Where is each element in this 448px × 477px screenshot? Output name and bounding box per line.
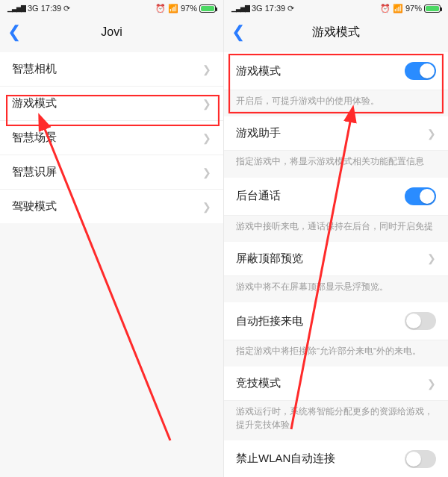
row-game-mode[interactable]: 游戏模式 ❯ — [0, 87, 223, 121]
row-desc: 开启后，可提升游戏中的使用体验。 — [224, 90, 448, 116]
wifi-icon: 📶 — [393, 4, 403, 13]
row-label: 游戏模式 — [236, 64, 281, 78]
signal-label: 3G — [252, 4, 263, 13]
toggle-bg-call[interactable] — [405, 187, 436, 205]
wifi-icon: 📶 — [168, 4, 178, 13]
chevron-right-icon: ❯ — [427, 378, 436, 390]
battery-pct: 97% — [181, 4, 197, 13]
screen-game-mode: ▁▃▅▇ 3G 17:39 ⟳ ⏰ 📶 97% ❮ 游戏模式 游戏模式 开启后，… — [224, 0, 448, 477]
nav-bar: ❮ 游戏模式 — [224, 16, 448, 48]
toggle-wlan-auto[interactable] — [405, 450, 436, 468]
status-bar: ▁▃▅▇ 3G 17:39 ⟳ ⏰ 📶 97% — [224, 0, 448, 16]
row-desc: 游戏中将不在屏幕顶部显示悬浮预览。 — [224, 276, 448, 302]
row-compete-mode[interactable]: 竞技模式 ❯ — [224, 367, 448, 401]
row-auto-reject[interactable]: 自动拒接来电 — [224, 302, 448, 340]
signal-icon: ▁▃▅▇ — [7, 4, 25, 12]
row-desc: 指定游戏中将拒接除"允许部分来电"外的来电。 — [224, 340, 448, 367]
row-label: 游戏助手 — [236, 126, 281, 140]
row-smart-scene[interactable]: 智慧场景 ❯ — [0, 121, 223, 155]
alarm-icon: ⏰ — [380, 4, 391, 13]
toggle-game-mode[interactable] — [405, 62, 436, 80]
row-game-mode-toggle[interactable]: 游戏模式 — [224, 52, 448, 90]
row-label: 驾驶模式 — [12, 199, 57, 213]
battery-pct: 97% — [405, 4, 422, 13]
signal-icon: ▁▃▅▇ — [231, 4, 249, 12]
row-driving-mode[interactable]: 驾驶模式 ❯ — [0, 190, 223, 223]
chevron-right-icon: ❯ — [202, 98, 211, 110]
page-title: 游戏模式 — [312, 25, 360, 40]
row-label: 禁止WLAN自动连接 — [236, 452, 335, 466]
row-wlan-auto[interactable]: 禁止WLAN自动连接 — [224, 440, 448, 477]
row-block-top-preview[interactable]: 屏蔽顶部预览 ❯ — [224, 242, 448, 276]
settings-list: 游戏模式 开启后，可提升游戏中的使用体验。 游戏助手 ❯ 指定游戏中，将显示游戏… — [224, 48, 448, 477]
chevron-right-icon: ❯ — [427, 128, 436, 140]
battery-icon — [424, 4, 441, 13]
row-label: 后台通话 — [236, 189, 281, 203]
row-game-assistant[interactable]: 游戏助手 ❯ — [224, 116, 448, 151]
status-bar: ▁▃▅▇ 3G 17:39 ⟳ ⏰ 📶 97% — [0, 0, 223, 16]
row-label: 自动拒接来电 — [236, 314, 303, 328]
row-label: 竞技模式 — [236, 376, 281, 390]
row-label: 智慧场景 — [12, 131, 57, 145]
status-time: 17:39 — [41, 4, 62, 13]
row-bg-call[interactable]: 后台通话 — [224, 178, 448, 216]
toggle-auto-reject[interactable] — [405, 312, 436, 330]
row-desc: 游戏中接听来电，通话保持在后台，同时开启免提 — [224, 216, 448, 242]
status-time: 17:39 — [265, 4, 286, 13]
row-smart-screen[interactable]: 智慧识屏 ❯ — [0, 155, 223, 190]
nav-bar: ❮ Jovi — [0, 16, 223, 48]
screen-jovi: ▁▃▅▇ 3G 17:39 ⟳ ⏰ 📶 97% ❮ Jovi 智慧相机 ❯ 游戏… — [0, 0, 224, 477]
signal-label: 3G — [28, 4, 39, 13]
battery-icon — [199, 4, 216, 13]
chevron-right-icon: ❯ — [202, 63, 211, 75]
chevron-right-icon: ❯ — [427, 252, 436, 264]
sync-icon: ⟳ — [63, 4, 70, 13]
back-icon[interactable]: ❮ — [7, 24, 21, 40]
settings-list: 智慧相机 ❯ 游戏模式 ❯ 智慧场景 ❯ 智慧识屏 ❯ 驾驶模式 ❯ — [0, 48, 223, 223]
back-icon[interactable]: ❮ — [231, 24, 245, 40]
row-desc: 游戏运行时，系统将智能分配更多的资源给游戏，提升竞技体验。 — [224, 401, 448, 440]
row-label: 智慧识屏 — [12, 165, 57, 179]
chevron-right-icon: ❯ — [202, 132, 211, 144]
alarm-icon: ⏰ — [155, 4, 166, 13]
page-title: Jovi — [101, 25, 122, 39]
sync-icon: ⟳ — [287, 4, 294, 13]
chevron-right-icon: ❯ — [202, 166, 211, 178]
row-label: 游戏模式 — [12, 96, 57, 110]
row-desc: 指定游戏中，将显示游戏模式相关功能配置信息 — [224, 151, 448, 177]
chevron-right-icon: ❯ — [202, 201, 211, 213]
row-smart-camera[interactable]: 智慧相机 ❯ — [0, 52, 223, 87]
row-label: 智慧相机 — [12, 62, 57, 76]
row-label: 屏蔽顶部预览 — [236, 252, 303, 266]
